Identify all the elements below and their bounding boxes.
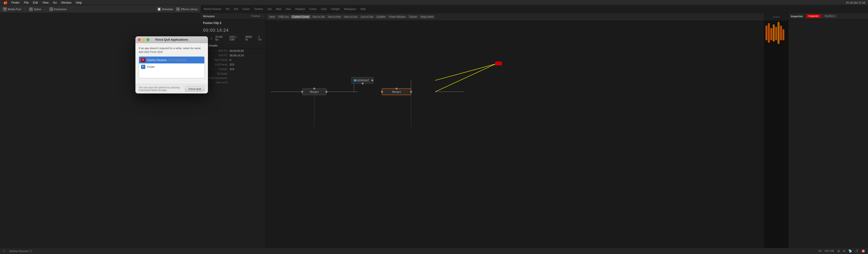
clip-detail-row-1: End TC: 00:00:14:24 bbox=[201, 53, 266, 58]
module-clip[interactable]: Clip bbox=[266, 7, 274, 11]
system-clock: Fri 15 Oct 17:16 bbox=[846, 1, 865, 4]
audio-icon: ♫ bbox=[210, 36, 213, 40]
module-help[interactable]: Help bbox=[359, 7, 368, 11]
module-mark[interactable]: Mark bbox=[274, 7, 283, 11]
color-btn-huelum[interactable]: Hue vs Lum bbox=[343, 15, 359, 19]
media-pool-icon: 🎬 bbox=[3, 7, 7, 11]
dialog-description: If an app doesn't respond for a while, s… bbox=[139, 47, 205, 54]
module-fairlight[interactable]: Fairlight bbox=[329, 7, 342, 11]
color-btn-qualifier[interactable]: Qualifier bbox=[375, 15, 387, 19]
clip-detail-row-0: Start TC: 00:00:00:00 bbox=[201, 49, 266, 53]
cd-value-2: 0 bbox=[230, 59, 231, 61]
module-fusion-menu[interactable]: Fusion bbox=[241, 7, 252, 11]
svg-point-25 bbox=[362, 83, 364, 85]
svg-rect-28 bbox=[770, 28, 772, 40]
clip-details-list: Start TC: 00:00:00:00 End TC: 00:00:14:2… bbox=[201, 49, 266, 85]
not-responding-label: (not responding) bbox=[169, 59, 186, 61]
main-toolbar: 🎬 Media Pool 〜 Spline ⬦ Keyframes 📋 Meta… bbox=[0, 5, 201, 13]
svg-point-13 bbox=[301, 91, 303, 93]
color-btn-yrblum[interactable]: YRB Lum bbox=[277, 15, 290, 19]
color-btn-input[interactable]: Input bbox=[268, 15, 276, 19]
menu-finder[interactable]: Finder bbox=[9, 0, 22, 5]
waveform-display bbox=[764, 21, 788, 248]
status-icon-5[interactable]: 🎯 bbox=[862, 249, 865, 253]
resolve-app-name-label: DaVinci Resolve bbox=[147, 59, 167, 61]
menu-help[interactable]: Help bbox=[74, 0, 84, 5]
module-view[interactable]: View bbox=[284, 7, 293, 11]
dialog-maximize-btn[interactable] bbox=[147, 38, 149, 41]
clip-name-row: Fusion Clip 2 bbox=[201, 19, 266, 27]
module-edit[interactable]: Edit bbox=[232, 7, 240, 11]
clip-detail-row-2: Start Frame: 0 bbox=[201, 58, 266, 62]
media-pool-btn[interactable]: 🎬 Media Pool bbox=[3, 7, 21, 11]
inspector-header: Inspector Inspector Modifiers bbox=[788, 13, 868, 19]
resolution-display: 1920 x 1080 bbox=[229, 36, 242, 41]
cd-value-1: 00:00:14:24 bbox=[230, 54, 244, 57]
force-quit-dialog[interactable]: Force Quit Applications If an app doesn'… bbox=[135, 36, 208, 93]
svg-point-19 bbox=[410, 91, 412, 93]
module-file[interactable]: File bbox=[224, 7, 231, 11]
status-icon-3[interactable]: 📡 bbox=[848, 249, 852, 253]
metadata-tab-timeline[interactable]: Timeline bbox=[251, 15, 260, 18]
inspector-tab-inspector[interactable]: Inspector bbox=[806, 14, 821, 18]
metadata-tab-sort[interactable]: ↕ bbox=[262, 15, 263, 18]
svg-text:Merge1: Merge1 bbox=[392, 90, 401, 93]
dialog-body: If an app doesn't respond for a while, s… bbox=[135, 43, 208, 84]
dialog-app-item-finder[interactable]: F Finder bbox=[139, 63, 204, 70]
module-playback[interactable]: Playback bbox=[293, 7, 307, 11]
keyframes-btn[interactable]: ⬦ Keyframes bbox=[49, 7, 67, 11]
resolve-app-icon: R bbox=[141, 58, 145, 62]
svg-point-18 bbox=[381, 91, 383, 93]
effects-library-icon: ✦ bbox=[176, 7, 180, 11]
resolve-logo-icon: ⬡ bbox=[3, 249, 5, 253]
force-quit-button[interactable]: Force Quit bbox=[185, 86, 205, 91]
dialog-close-btn[interactable] bbox=[138, 38, 141, 41]
svg-rect-33 bbox=[782, 29, 784, 40]
color-btn-huehue[interactable]: Hue vs Hue bbox=[327, 15, 342, 19]
dialog-app-list[interactable]: R DaVinci Resolve (not responding) F Fin… bbox=[139, 56, 205, 78]
status-icon-2[interactable]: ⚙ bbox=[843, 249, 845, 253]
status-icon-4[interactable]: 🎵 bbox=[855, 249, 859, 253]
menu-file[interactable]: File bbox=[22, 0, 30, 5]
color-btn-mask[interactable]: Magic Mask bbox=[419, 15, 435, 19]
color-btn-huesat[interactable]: Hue vs Sat bbox=[311, 15, 326, 19]
svg-point-24 bbox=[371, 79, 373, 81]
svg-rect-26 bbox=[766, 26, 767, 40]
waveform-header: Scopes bbox=[764, 13, 788, 21]
dialog-minimize-btn[interactable] bbox=[142, 38, 145, 41]
module-color[interactable]: Color bbox=[319, 7, 329, 11]
apple-menu[interactable]: 🍎 bbox=[2, 0, 9, 5]
svg-rect-31 bbox=[778, 22, 779, 44]
system-menu-bar: 🍎 Finder File Edit View Go Window Help F… bbox=[0, 0, 868, 5]
module-tabs-bar: DaVinci Resolve File Edit Fusion Timelin… bbox=[201, 5, 868, 13]
menu-window[interactable]: Window bbox=[59, 0, 73, 5]
metadata-btn[interactable]: 📋 Metadata bbox=[157, 7, 173, 11]
color-btn-window[interactable]: Power Window bbox=[388, 15, 407, 19]
fusion-main-area: Input YRB Lum Custom Curves Hue vs Sat H… bbox=[266, 13, 764, 248]
finder-app-icon: F bbox=[141, 65, 145, 69]
status-icon-1[interactable]: 🖥 bbox=[837, 249, 840, 253]
clip-detail-row-4: Frames: 374 bbox=[201, 67, 266, 72]
module-workspace[interactable]: Workspace bbox=[342, 7, 358, 11]
clip-detail-row-7: Data Level: bbox=[201, 80, 266, 85]
channels-display: 2 Ch bbox=[258, 36, 263, 41]
effects-library-btn[interactable]: ✦ Effects Library bbox=[176, 7, 198, 11]
menu-view[interactable]: View bbox=[40, 0, 51, 5]
menu-edit[interactable]: Edit bbox=[31, 0, 40, 5]
cd-value-3: 373 bbox=[230, 63, 234, 66]
color-btn-lumsat[interactable]: Lum vs Sat bbox=[359, 15, 374, 19]
finder-app-name-label: Finder bbox=[147, 65, 155, 68]
metadata-panel: Metadata Timeline ↕ Fusion Clip 2 00:00:… bbox=[201, 13, 266, 248]
module-timeline[interactable]: Timeline bbox=[252, 7, 265, 11]
spline-btn[interactable]: 〜 Spline bbox=[29, 7, 41, 11]
color-btn-curves[interactable]: Custom Curves bbox=[291, 15, 310, 19]
clip-detail-row-3: End Frame: 373 bbox=[201, 62, 266, 67]
module-fusion2[interactable]: Fusion bbox=[308, 7, 319, 11]
menu-go[interactable]: Go bbox=[51, 0, 59, 5]
metadata-panel-header: Metadata Timeline ↕ bbox=[201, 13, 266, 19]
dialog-app-item-resolve[interactable]: R DaVinci Resolve (not responding) bbox=[139, 57, 204, 63]
clip-details-header: Clip Details bbox=[201, 43, 266, 49]
inspector-tab-modifiers[interactable]: Modifiers bbox=[823, 14, 837, 18]
color-btn-tracker[interactable]: Tracker bbox=[407, 15, 418, 19]
dialog-title: Force Quit Applications bbox=[155, 38, 188, 41]
